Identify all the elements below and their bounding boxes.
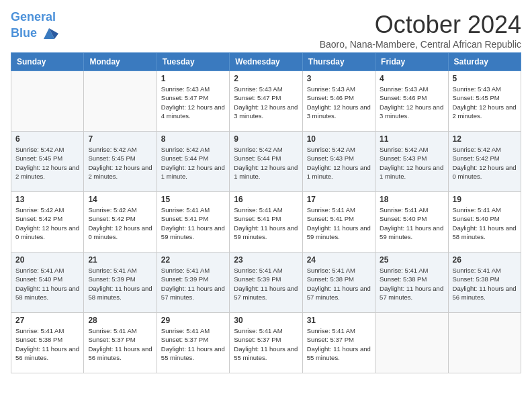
day-info: Sunrise: 5:41 AM Sunset: 5:37 PM Dayligh… [234,326,298,362]
title-block: October 2024 Baoro, Nana-Mambere, Centra… [320,11,521,50]
calendar-week-2: 6Sunrise: 5:42 AM Sunset: 5:45 PM Daylig… [11,132,521,192]
day-info: Sunrise: 5:41 AM Sunset: 5:41 PM Dayligh… [161,205,225,241]
day-number: 14 [88,195,152,204]
day-number: 1 [161,74,225,83]
calendar-cell: 1Sunrise: 5:43 AM Sunset: 5:47 PM Daylig… [157,71,229,132]
day-number: 11 [380,134,443,144]
day-info: Sunrise: 5:41 AM Sunset: 5:40 PM Dayligh… [453,205,517,241]
day-number: 21 [88,255,152,265]
day-info: Sunrise: 5:42 AM Sunset: 5:45 PM Dayligh… [88,145,152,181]
day-number: 30 [234,316,298,325]
day-number: 6 [15,134,79,144]
day-number: 23 [234,255,298,265]
calendar-cell: 28Sunrise: 5:41 AM Sunset: 5:37 PM Dayli… [84,313,157,373]
day-number: 18 [380,195,443,204]
day-info: Sunrise: 5:41 AM Sunset: 5:37 PM Dayligh… [88,326,152,362]
day-info: Sunrise: 5:41 AM Sunset: 5:40 PM Dayligh… [380,205,443,241]
weekday-header-wednesday: Wednesday [230,53,302,71]
calendar-cell: 27Sunrise: 5:41 AM Sunset: 5:38 PM Dayli… [11,313,84,373]
calendar-cell: 4Sunrise: 5:43 AM Sunset: 5:46 PM Daylig… [375,71,448,132]
calendar-cell: 31Sunrise: 5:41 AM Sunset: 5:37 PM Dayli… [302,313,375,373]
day-info: Sunrise: 5:42 AM Sunset: 5:43 PM Dayligh… [307,145,371,181]
day-number: 5 [453,74,517,83]
calendar-cell: 14Sunrise: 5:42 AM Sunset: 5:42 PM Dayli… [84,192,157,253]
weekday-header-tuesday: Tuesday [157,53,229,71]
page-header: General Blue October 2024 Baoro, Nana-Ma… [11,11,521,50]
day-number: 9 [234,134,298,144]
day-info: Sunrise: 5:42 AM Sunset: 5:42 PM Dayligh… [453,145,517,181]
calendar-cell [375,313,448,373]
calendar-cell: 15Sunrise: 5:41 AM Sunset: 5:41 PM Dayli… [157,192,229,253]
calendar-week-1: 1Sunrise: 5:43 AM Sunset: 5:47 PM Daylig… [11,71,521,132]
calendar-cell: 5Sunrise: 5:43 AM Sunset: 5:45 PM Daylig… [448,71,521,132]
calendar-cell: 18Sunrise: 5:41 AM Sunset: 5:40 PM Dayli… [375,192,448,253]
calendar-week-5: 27Sunrise: 5:41 AM Sunset: 5:38 PM Dayli… [11,313,521,373]
day-number: 8 [161,134,225,144]
day-info: Sunrise: 5:42 AM Sunset: 5:44 PM Dayligh… [234,145,298,181]
calendar-cell: 21Sunrise: 5:41 AM Sunset: 5:39 PM Dayli… [84,253,157,313]
calendar-cell: 26Sunrise: 5:41 AM Sunset: 5:38 PM Dayli… [448,253,521,313]
day-info: Sunrise: 5:41 AM Sunset: 5:39 PM Dayligh… [161,266,225,302]
day-info: Sunrise: 5:42 AM Sunset: 5:42 PM Dayligh… [88,205,152,241]
day-info: Sunrise: 5:43 AM Sunset: 5:46 PM Dayligh… [307,85,371,120]
day-number: 24 [307,255,371,265]
calendar-cell [84,71,157,132]
calendar-cell: 30Sunrise: 5:41 AM Sunset: 5:37 PM Dayli… [230,313,302,373]
day-number: 27 [15,316,79,325]
day-number: 22 [161,255,225,265]
calendar-cell: 13Sunrise: 5:42 AM Sunset: 5:42 PM Dayli… [11,192,84,253]
logo: General Blue [11,11,58,43]
weekday-header-friday: Friday [375,53,448,71]
day-info: Sunrise: 5:42 AM Sunset: 5:42 PM Dayligh… [15,205,79,241]
logo-text: General [11,11,58,24]
day-info: Sunrise: 5:41 AM Sunset: 5:41 PM Dayligh… [307,205,371,241]
day-number: 15 [161,195,225,204]
day-info: Sunrise: 5:43 AM Sunset: 5:47 PM Dayligh… [234,85,298,120]
calendar-cell: 23Sunrise: 5:41 AM Sunset: 5:39 PM Dayli… [230,253,302,313]
day-info: Sunrise: 5:42 AM Sunset: 5:44 PM Dayligh… [161,145,225,181]
day-number: 7 [88,134,152,144]
day-number: 29 [161,316,225,325]
calendar-cell: 16Sunrise: 5:41 AM Sunset: 5:41 PM Dayli… [230,192,302,253]
calendar-cell: 17Sunrise: 5:41 AM Sunset: 5:41 PM Dayli… [302,192,375,253]
day-info: Sunrise: 5:43 AM Sunset: 5:45 PM Dayligh… [453,85,517,120]
location-subtitle: Baoro, Nana-Mambere, Central African Rep… [320,39,521,50]
weekday-header-saturday: Saturday [448,53,521,71]
weekday-header-row: SundayMondayTuesdayWednesdayThursdayFrid… [11,53,521,71]
day-info: Sunrise: 5:41 AM Sunset: 5:39 PM Dayligh… [234,266,298,302]
day-number: 3 [307,74,371,83]
weekday-header-sunday: Sunday [11,53,84,71]
day-info: Sunrise: 5:41 AM Sunset: 5:38 PM Dayligh… [380,266,443,302]
calendar-cell: 10Sunrise: 5:42 AM Sunset: 5:43 PM Dayli… [302,132,375,192]
day-info: Sunrise: 5:41 AM Sunset: 5:37 PM Dayligh… [307,326,371,362]
day-info: Sunrise: 5:43 AM Sunset: 5:46 PM Dayligh… [380,85,443,120]
calendar-cell: 24Sunrise: 5:41 AM Sunset: 5:38 PM Dayli… [302,253,375,313]
calendar-cell: 12Sunrise: 5:42 AM Sunset: 5:42 PM Dayli… [448,132,521,192]
weekday-header-thursday: Thursday [302,53,375,71]
calendar-cell: 2Sunrise: 5:43 AM Sunset: 5:47 PM Daylig… [230,71,302,132]
day-number: 31 [307,316,371,325]
calendar-week-4: 20Sunrise: 5:41 AM Sunset: 5:40 PM Dayli… [11,253,521,313]
calendar-cell: 20Sunrise: 5:41 AM Sunset: 5:40 PM Dayli… [11,253,84,313]
calendar-cell: 11Sunrise: 5:42 AM Sunset: 5:43 PM Dayli… [375,132,448,192]
day-info: Sunrise: 5:41 AM Sunset: 5:41 PM Dayligh… [234,205,298,241]
calendar-cell: 25Sunrise: 5:41 AM Sunset: 5:38 PM Dayli… [375,253,448,313]
calendar-table: SundayMondayTuesdayWednesdayThursdayFrid… [11,52,521,373]
calendar-cell: 19Sunrise: 5:41 AM Sunset: 5:40 PM Dayli… [448,192,521,253]
day-info: Sunrise: 5:41 AM Sunset: 5:37 PM Dayligh… [161,326,225,362]
calendar-cell: 7Sunrise: 5:42 AM Sunset: 5:45 PM Daylig… [84,132,157,192]
day-number: 28 [88,316,152,325]
calendar-cell: 6Sunrise: 5:42 AM Sunset: 5:45 PM Daylig… [11,132,84,192]
day-info: Sunrise: 5:41 AM Sunset: 5:40 PM Dayligh… [15,266,79,302]
day-number: 13 [15,195,79,204]
day-number: 12 [453,134,517,144]
day-number: 19 [453,195,517,204]
weekday-header-monday: Monday [84,53,157,71]
day-number: 26 [453,255,517,265]
calendar-cell [448,313,521,373]
day-number: 25 [380,255,443,265]
day-info: Sunrise: 5:41 AM Sunset: 5:38 PM Dayligh… [453,266,517,302]
calendar-cell: 22Sunrise: 5:41 AM Sunset: 5:39 PM Dayli… [157,253,229,313]
calendar-cell: 9Sunrise: 5:42 AM Sunset: 5:44 PM Daylig… [230,132,302,192]
day-number: 16 [234,195,298,204]
